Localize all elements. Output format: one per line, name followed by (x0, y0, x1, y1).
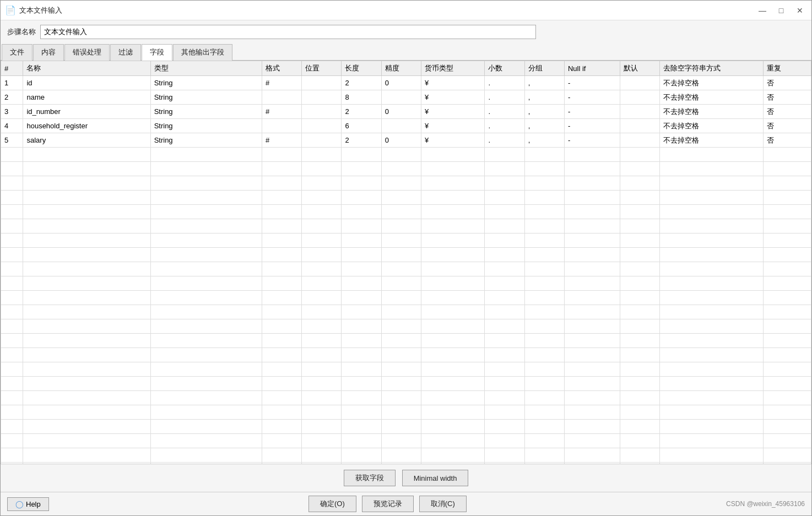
confirm-button[interactable]: 确定(O) (308, 496, 356, 512)
title-bar-left: 📄 文本文件输入 (5, 5, 62, 15)
col-header-format: 格式 (262, 61, 301, 76)
col-header-trim: 去除空字符串方式 (660, 61, 764, 76)
minimal-width-button[interactable]: Minimal width (402, 470, 469, 486)
table-row[interactable] (1, 248, 811, 262)
restore-button[interactable]: □ (774, 3, 788, 18)
tab-file[interactable]: 文件 (2, 44, 33, 61)
table-row[interactable] (1, 148, 811, 162)
col-header-currency: 货币类型 (421, 61, 485, 76)
window-icon: 📄 (5, 5, 16, 15)
table-row[interactable] (1, 448, 811, 463)
table-row[interactable] (1, 348, 811, 362)
table-row[interactable]: 3id_numberString#20¥.,-不去掉空格否 (1, 105, 811, 119)
tab-other-output[interactable]: 其他输出字段 (173, 44, 232, 61)
table-row[interactable] (1, 434, 811, 448)
close-button[interactable]: ✕ (793, 3, 807, 18)
table-row[interactable]: 1idString#20¥.,-不去掉空格否 (1, 76, 811, 90)
cancel-button[interactable]: 取消(C) (419, 496, 467, 512)
tab-content[interactable]: 内容 (33, 44, 64, 61)
table-row[interactable] (1, 276, 811, 291)
tab-filter[interactable]: 过滤 (110, 44, 141, 61)
col-header-repeat: 重复 (764, 61, 811, 76)
minimize-button[interactable]: — (755, 3, 770, 18)
fields-table: # 名称 类型 格式 位置 长度 精度 货币类型 小数 分组 Null if 默… (1, 61, 811, 464)
table-row[interactable] (1, 262, 811, 276)
footer-center: 确定(O) 预览记录 取消(C) (308, 496, 467, 512)
table-row[interactable] (1, 362, 811, 377)
tabs-bar: 文件 内容 错误处理 过滤 字段 其他输出字段 (1, 44, 811, 61)
col-header-len: 长度 (342, 61, 381, 76)
get-fields-button[interactable]: 获取字段 (344, 470, 396, 486)
step-label: 步骤名称 (7, 27, 36, 37)
footer-left: ◯ Help (7, 497, 49, 511)
col-header-pos: 位置 (302, 61, 342, 76)
table-row[interactable] (1, 162, 811, 176)
table-row[interactable] (1, 176, 811, 191)
step-name-row: 步骤名称 (1, 20, 811, 44)
tab-fields[interactable]: 字段 (142, 44, 172, 61)
table-row[interactable] (1, 377, 811, 391)
main-window: 📄 文本文件输入 — □ ✕ 步骤名称 文件 内容 错误处理 过滤 字段 其他输… (0, 0, 812, 516)
preview-button[interactable]: 预览记录 (362, 496, 414, 512)
tab-error-handling[interactable]: 错误处理 (64, 44, 110, 61)
col-header-nullif: Null if (564, 61, 620, 76)
table-row[interactable]: 5salaryString#20¥.,-不去掉空格否 (1, 133, 811, 148)
table-row[interactable] (1, 305, 811, 319)
table-row[interactable] (1, 319, 811, 334)
col-header-num: # (1, 61, 23, 76)
watermark: CSDN @weixin_45963106 (726, 500, 805, 508)
help-icon: ◯ (15, 500, 24, 508)
col-header-prec: 精度 (381, 61, 421, 76)
footer-bar: ◯ Help 确定(O) 预览记录 取消(C) CSDN @weixin_459… (1, 492, 811, 515)
table-row[interactable] (1, 191, 811, 205)
table-row[interactable] (1, 205, 811, 219)
table-row[interactable] (1, 405, 811, 420)
table-row[interactable] (1, 233, 811, 248)
table-row[interactable] (1, 291, 811, 305)
title-bar-controls: — □ ✕ (755, 3, 807, 18)
col-header-group: 分组 (524, 61, 564, 76)
table-row[interactable]: 2nameString8¥.,-不去掉空格否 (1, 90, 811, 105)
table-header-row: # 名称 类型 格式 位置 长度 精度 货币类型 小数 分组 Null if 默… (1, 61, 811, 76)
col-header-name: 名称 (23, 61, 150, 76)
col-header-decimal: 小数 (485, 61, 524, 76)
help-label: Help (26, 500, 41, 508)
help-button[interactable]: ◯ Help (7, 497, 49, 511)
table-row[interactable] (1, 219, 811, 233)
title-bar: 📄 文本文件输入 — □ ✕ (1, 1, 811, 20)
fields-table-section: # 名称 类型 格式 位置 长度 精度 货币类型 小数 分组 Null if 默… (1, 61, 811, 464)
table-row[interactable] (1, 334, 811, 348)
col-header-default: 默认 (620, 61, 660, 76)
col-header-type: 类型 (150, 61, 262, 76)
table-row[interactable] (1, 391, 811, 405)
step-name-input[interactable] (40, 25, 536, 39)
table-row[interactable]: 4household_registerString6¥.,-不去掉空格否 (1, 119, 811, 133)
table-row[interactable] (1, 420, 811, 434)
window-title: 文本文件输入 (19, 6, 62, 15)
table-action-buttons: 获取字段 Minimal width (1, 464, 811, 492)
